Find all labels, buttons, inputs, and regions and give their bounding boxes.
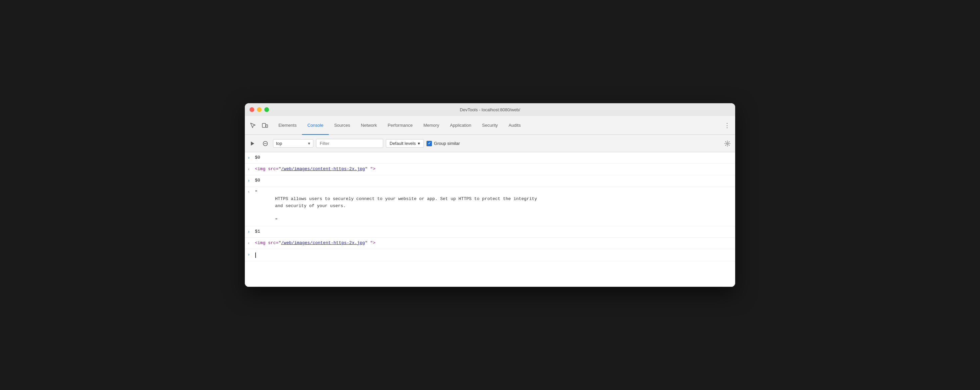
console-row-3: › $0 [245, 175, 735, 187]
tab-bar: Elements Console Sources Network Perform… [245, 116, 735, 135]
quote-open-4: " [255, 190, 258, 195]
console-input-row[interactable]: › [245, 249, 735, 261]
console-output-arrow-2: ‹ [248, 166, 252, 173]
img-src-link-1[interactable]: /web/images/content-https-2x.jpg [281, 166, 365, 171]
window-title: DevTools - localhost:8080/web/ [460, 107, 520, 112]
execute-script-button[interactable] [248, 139, 258, 149]
console-expression-1: $0 [255, 154, 732, 161]
console-toolbar: top ▾ Default levels ▾ Group similar [245, 135, 735, 152]
tab-memory[interactable]: Memory [418, 116, 445, 135]
console-input-arrow-3[interactable]: › [248, 178, 252, 184]
clear-console-button[interactable] [260, 139, 270, 149]
group-similar-label: Group similar [434, 141, 460, 146]
title-bar: DevTools - localhost:8080/web/ [245, 103, 735, 116]
device-toolbar-button[interactable] [259, 120, 270, 131]
console-expression-3: $0 [255, 177, 732, 184]
quote-open-6: " [278, 240, 281, 245]
tab-application[interactable]: Application [445, 116, 477, 135]
traffic-lights [250, 107, 269, 112]
minimize-button[interactable] [257, 107, 262, 112]
settings-button[interactable] [722, 139, 732, 149]
tab-security[interactable]: Security [477, 116, 503, 135]
tab-audits[interactable]: Audits [503, 116, 526, 135]
console-text-line2: and security of your users. [255, 203, 732, 210]
console-row-2: ‹ <img src="/web/images/content-https-2x… [245, 164, 735, 175]
console-value-6: <img src="/web/images/content-https-2x.j… [255, 240, 732, 247]
context-value: top [276, 141, 282, 146]
levels-arrow: ▾ [418, 141, 420, 146]
console-prompt-arrow: › [248, 252, 252, 258]
tab-performance[interactable]: Performance [382, 116, 418, 135]
group-similar-checkbox[interactable] [426, 141, 432, 146]
console-value-4: " HTTPS allows users to securely connect… [255, 189, 732, 224]
svg-rect-1 [266, 125, 268, 128]
more-tabs-button[interactable]: ⋮ [722, 120, 732, 131]
console-output-arrow-6: ‹ [248, 240, 252, 247]
tab-sources[interactable]: Sources [329, 116, 356, 135]
console-row-4: ‹ " HTTPS allows users to securely conne… [245, 187, 735, 226]
tab-network[interactable]: Network [356, 116, 383, 135]
svg-rect-0 [262, 123, 266, 128]
levels-label: Default levels [390, 141, 416, 146]
console-row-6: ‹ <img src="/web/images/content-https-2x… [245, 238, 735, 249]
quote-open: " [278, 166, 281, 171]
context-arrow: ▾ [308, 141, 310, 146]
devtools-window: DevTools - localhost:8080/web/ Elem [245, 103, 735, 287]
console-row-1: › $0 [245, 152, 735, 164]
devtools-body: Elements Console Sources Network Perform… [245, 116, 735, 287]
group-similar-toggle[interactable]: Group similar [426, 141, 460, 146]
console-row-5: › $1 [245, 226, 735, 238]
console-value-2: <img src="/web/images/content-https-2x.j… [255, 166, 732, 173]
context-selector[interactable]: top ▾ [273, 139, 313, 148]
log-levels-button[interactable]: Default levels ▾ [386, 139, 424, 148]
html-tag-end: "> [368, 166, 375, 171]
html-tag-open: <img src= [255, 166, 278, 171]
html-tag-open-6: <img src= [255, 240, 278, 245]
console-cursor [255, 253, 256, 258]
tab-icons [248, 120, 270, 131]
console-text-line3: " [255, 217, 732, 224]
maximize-button[interactable] [264, 107, 269, 112]
tab-list: Elements Console Sources Network Perform… [273, 116, 721, 134]
svg-point-5 [727, 142, 729, 144]
svg-marker-2 [251, 142, 254, 145]
console-text-line1: HTTPS allows users to securely connect t… [255, 196, 732, 203]
console-input-arrow-1[interactable]: › [248, 155, 252, 161]
console-output: › $0 ‹ <img src="/web/images/content-htt… [245, 152, 735, 287]
filter-input[interactable] [316, 139, 383, 148]
console-output-arrow-4: ‹ [248, 189, 252, 195]
tab-console[interactable]: Console [302, 116, 329, 135]
tab-elements[interactable]: Elements [273, 116, 302, 135]
console-input-arrow-5[interactable]: › [248, 229, 252, 235]
img-src-link-2[interactable]: /web/images/content-https-2x.jpg [281, 240, 365, 245]
console-expression-5: $1 [255, 228, 732, 235]
close-button[interactable] [250, 107, 254, 112]
html-tag-end-6: "> [368, 240, 375, 245]
inspect-element-button[interactable] [248, 120, 258, 131]
